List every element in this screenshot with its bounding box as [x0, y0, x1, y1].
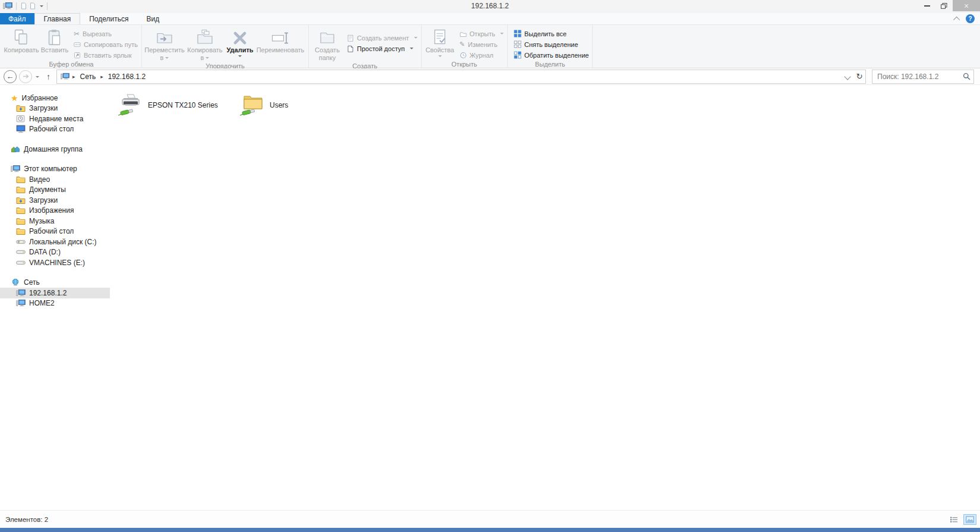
sidebar-item-192-168-1-2[interactable]: 192.168.1.2 — [0, 288, 110, 298]
ribbon-group-clipboard: Копировать Вставить ✂ Вырезать Скопирова… — [1, 25, 142, 68]
file-item-epson-printer[interactable]: EPSON TX210 Series — [118, 92, 239, 119]
collapse-ribbon-icon[interactable] — [953, 16, 960, 23]
invert-selection-icon — [514, 51, 521, 59]
select-all-icon — [514, 30, 521, 37]
copy-path-icon — [74, 41, 81, 48]
new-folder-icon — [319, 27, 336, 46]
sidebar-item-downloads-pc[interactable]: Загрузки — [0, 195, 110, 206]
breadcrumb-segment-host[interactable]: 192.168.1.2 — [105, 70, 148, 83]
tab-file[interactable]: Файл — [0, 13, 34, 24]
sidebar-section-network[interactable]: Сеть — [0, 278, 110, 288]
easy-access-button[interactable]: Простой доступ — [347, 44, 418, 53]
qat-properties-icon[interactable] — [20, 2, 27, 10]
paste-shortcut-button[interactable]: Вставить ярлык — [74, 51, 138, 59]
new-item-icon — [347, 34, 354, 42]
open-button[interactable]: Открыть — [460, 29, 504, 38]
restore-button[interactable] — [935, 0, 953, 11]
main-area: ★ Избранное Загрузки Недавние места Рабо… — [0, 85, 980, 510]
invert-selection-button[interactable]: Обратить выделение — [514, 51, 589, 59]
sidebar-item-local-disk-c[interactable]: Локальный диск (C:) — [0, 237, 110, 247]
navigation-pane: ★ Избранное Загрузки Недавние места Рабо… — [0, 85, 110, 510]
tab-share[interactable]: Поделиться — [80, 13, 137, 24]
this-pc-icon — [11, 165, 20, 173]
details-view-button[interactable] — [947, 514, 960, 525]
ribbon-group-organize: Переместить в Копировать в Удалить Переи… — [142, 25, 309, 68]
network-folder-icon — [239, 93, 265, 118]
open-icon — [460, 30, 467, 37]
qat-customize-dropdown-icon[interactable] — [38, 5, 43, 7]
breadcrumb-location-icon[interactable] — [59, 70, 71, 83]
help-icon[interactable]: ? — [966, 14, 975, 23]
minimize-button[interactable] — [918, 0, 935, 11]
copy-button[interactable]: Копировать — [4, 26, 39, 54]
sidebar-item-pictures[interactable]: Изображения — [0, 206, 110, 216]
tab-view[interactable]: Вид — [137, 13, 168, 24]
paste-icon — [46, 27, 63, 46]
address-bar[interactable]: ▸ Сеть ▸ 192.168.1.2 ↻ — [56, 70, 866, 84]
sidebar-section-homegroup[interactable]: Домашняя группа — [0, 144, 110, 155]
select-all-button[interactable]: Выделить все — [514, 29, 589, 38]
select-none-button[interactable]: Снять выделение — [514, 40, 589, 49]
up-button[interactable]: ↑ — [43, 72, 54, 81]
history-button[interactable]: Журнал — [460, 51, 504, 59]
back-button[interactable]: ← — [4, 70, 17, 83]
music-folder-icon — [16, 217, 26, 225]
move-to-icon — [156, 27, 173, 46]
sidebar-item-videos[interactable]: Видео — [0, 174, 110, 185]
ribbon-group-open: Свойства Открыть ✎ Изменить Журнал — [422, 25, 508, 68]
sidebar-item-data-d[interactable]: DATA (D:) — [0, 247, 110, 258]
new-item-button[interactable]: Создать элемент — [347, 33, 418, 42]
rename-button[interactable]: Переименовать — [255, 26, 306, 54]
refresh-button[interactable]: ↻ — [853, 70, 865, 83]
sidebar-section-this-pc[interactable]: Этот компьютер — [0, 164, 110, 175]
system-menu-icon[interactable] — [3, 2, 12, 10]
pictures-folder-icon — [16, 206, 26, 215]
file-item-users-folder[interactable]: Users — [239, 92, 361, 119]
move-to-button[interactable]: Переместить в — [144, 26, 185, 61]
close-button[interactable]: × — [953, 0, 980, 11]
sidebar-item-music[interactable]: Музыка — [0, 216, 110, 226]
delete-icon — [232, 27, 248, 46]
delete-button[interactable]: Удалить — [225, 26, 255, 57]
file-list: EPSON TX210 Series Users — [110, 85, 980, 510]
new-folder-button[interactable]: Создать папку — [311, 26, 343, 61]
network-printer-icon — [118, 93, 144, 118]
edit-icon: ✎ — [460, 40, 465, 48]
paste-button[interactable]: Вставить — [39, 26, 70, 54]
search-input[interactable] — [877, 73, 963, 81]
breadcrumb-separator-icon: ▸ — [71, 74, 77, 80]
sidebar-item-vmachines-e[interactable]: VMACHINES (E:) — [0, 257, 110, 268]
sidebar-item-recent-places[interactable]: Недавние места — [0, 114, 110, 124]
rename-icon — [271, 27, 289, 46]
qat-newfolder-icon[interactable] — [29, 2, 36, 10]
drive-icon — [16, 248, 26, 256]
window-controls: × — [918, 0, 980, 11]
forward-button[interactable] — [19, 70, 32, 83]
history-icon — [460, 52, 467, 59]
sidebar-item-desktop-pc[interactable]: Рабочий стол — [0, 226, 110, 237]
edit-button[interactable]: ✎ Изменить — [460, 40, 504, 49]
sidebar-section-favorites[interactable]: ★ Избранное — [0, 93, 110, 103]
sidebar-item-desktop[interactable]: Рабочий стол — [0, 124, 110, 135]
breadcrumb-segment-network[interactable]: Сеть — [77, 70, 99, 83]
address-history-dropdown-icon[interactable] — [842, 70, 853, 83]
recent-locations-dropdown-icon[interactable] — [34, 73, 40, 81]
sidebar-item-downloads[interactable]: Загрузки — [0, 103, 110, 114]
cut-button[interactable]: ✂ Вырезать — [74, 29, 138, 38]
sidebar-item-documents[interactable]: Документы — [0, 185, 110, 196]
downloads-folder-icon — [16, 196, 26, 204]
copy-path-button[interactable]: Скопировать путь — [74, 40, 138, 49]
copy-to-icon — [197, 27, 213, 46]
large-icons-view-button[interactable] — [963, 514, 976, 525]
copy-to-button[interactable]: Копировать в — [185, 26, 225, 61]
favorites-star-icon: ★ — [11, 94, 18, 102]
properties-button[interactable]: Свойства — [424, 26, 456, 57]
network-globe-icon — [11, 278, 20, 287]
cut-icon: ✂ — [74, 30, 80, 38]
easy-access-icon — [347, 45, 354, 52]
ribbon-tab-row: Файл Главная Поделиться Вид ? — [0, 13, 980, 24]
item-count: Элементов: 2 — [5, 516, 48, 523]
tab-home[interactable]: Главная — [34, 13, 81, 24]
sidebar-item-home2[interactable]: HOME2 — [0, 298, 110, 309]
ribbon-group-new: Создать папку Создать элемент Простой до… — [309, 25, 422, 68]
